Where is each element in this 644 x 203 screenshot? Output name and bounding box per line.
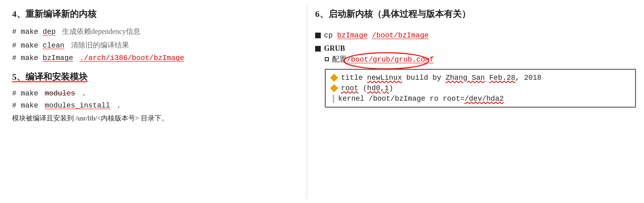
make-modules-install-line: # make modules_install.: [12, 102, 299, 110]
make-dep-line: # make dep 生成依赖dependency信息: [12, 27, 299, 36]
bullet-square-icon: [315, 33, 321, 38]
make-clean-line: # make clean 清除旧的编译结果: [12, 40, 299, 50]
make-dep-comment: 生成依赖dependency信息: [62, 27, 140, 36]
section4-title: 4、重新编译新的内核: [12, 8, 299, 20]
cp-cmd-text: cp bzImage /boot/bzImage: [324, 31, 429, 39]
grub-label: GRUB: [324, 44, 345, 53]
diamond-icon-2: [330, 84, 338, 92]
right-column: 6、启动新内核（具体过程与版本有关） cp bzImage /boot/bzIm…: [307, 4, 644, 199]
bzimage-path: ./arch/i386/boot/bzImage: [79, 54, 184, 62]
grub-root-text: root (hd0,1): [341, 84, 393, 92]
make-dep-cmd: # make dep: [12, 28, 56, 36]
grub-config-line: 配置 /boot/grub/grub.conf: [325, 54, 434, 64]
grub-title-text: title newLinux build by Zhang San Feb.28…: [341, 74, 542, 82]
bullet-square-grub-icon: [315, 46, 321, 52]
module-install-desc: 模块被编译且安装到 /usr/lib/<内核版本号> 目录下。: [12, 114, 299, 123]
section4-number: 4、重新编译新的内核: [12, 9, 96, 19]
cp-bzimage-line: cp bzImage /boot/bzImage: [315, 31, 636, 39]
grub-entries-box: title newLinux build by Zhang San Feb.28…: [325, 69, 636, 108]
make-bzimage-line: # make bzImage ./arch/i386/boot/bzImage: [12, 54, 299, 62]
boot-path: /boot/: [372, 31, 398, 39]
make-clean-cmd: # make clean: [12, 41, 65, 50]
grub-root-line: root (hd0,1): [331, 84, 629, 92]
make-bzimage-cmd: # make bzImage: [12, 54, 73, 62]
section5-title: 5、编译和安装模块: [12, 71, 299, 83]
bz-dest: bzImage: [398, 31, 429, 39]
grub-kernel-text: kernel /boot/bzImage ro root=/dev/hda2: [338, 95, 504, 103]
grub-title-line: title newLinux build by Zhang San Feb.28…: [331, 74, 629, 82]
grub-kernel-line: kernel /boot/bzImage ro root=/dev/hda2: [333, 95, 629, 103]
section6-title: 6、启动新内核（具体过程与版本有关）: [315, 8, 470, 20]
left-column: 4、重新编译新的内核 # make dep 生成依赖dependency信息 #…: [0, 4, 307, 199]
bz-src: bzImage: [337, 31, 368, 39]
grub-conf-path: /boot/grub/grub.conf: [347, 56, 434, 64]
make-clean-comment: 清除旧的编译结果: [71, 40, 129, 50]
make-modules-line: # make modules .: [12, 89, 299, 97]
diamond-icon-1: [330, 74, 338, 82]
bullet-small-square-icon: [325, 57, 329, 61]
grub-section: GRUB 配置 /boot/grub/grub.conf: [315, 44, 636, 64]
